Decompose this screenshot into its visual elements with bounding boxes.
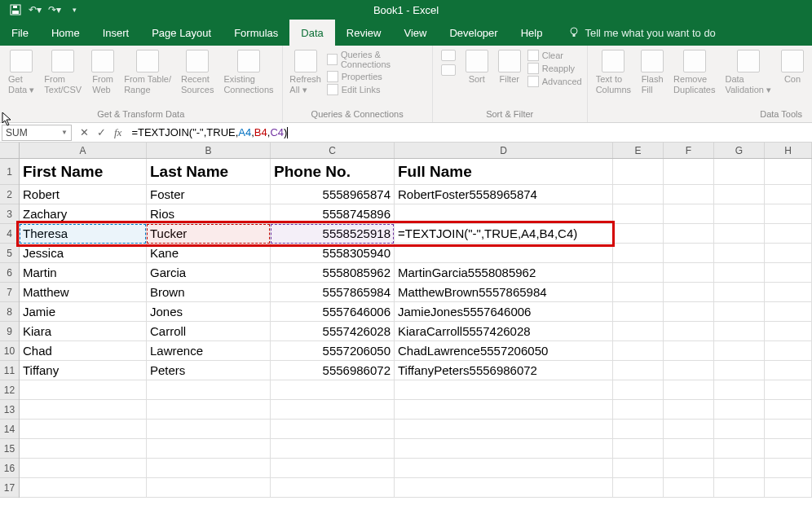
cell-H14[interactable] <box>765 420 812 439</box>
col-header-H[interactable]: H <box>765 143 812 158</box>
cell-G4[interactable] <box>714 224 765 244</box>
ribbon-data-button[interactable]: Data Validation ▾ <box>722 47 774 95</box>
cell-H4[interactable] <box>765 224 812 244</box>
col-header-E[interactable]: E <box>613 143 664 158</box>
cell-C16[interactable] <box>271 459 395 478</box>
cell-F8[interactable] <box>664 302 714 322</box>
cell-E3[interactable] <box>613 204 664 224</box>
ribbon-get-button[interactable]: Get Data ▾ <box>5 47 38 95</box>
row-header-3[interactable]: 3 <box>0 204 19 224</box>
col-header-C[interactable]: C <box>271 143 395 158</box>
ribbon-recent-button[interactable]: Recent Sources <box>178 47 217 95</box>
cell-A8[interactable]: Jamie <box>20 302 147 322</box>
cell-D11[interactable]: TiffanyPeters5556986072 <box>395 361 613 380</box>
cell-A16[interactable] <box>20 459 147 478</box>
menu-formulas[interactable]: Formulas <box>223 20 289 46</box>
cell-E12[interactable] <box>613 380 664 400</box>
cell-F7[interactable] <box>664 283 714 302</box>
cell-F6[interactable] <box>664 263 714 283</box>
row-header-7[interactable]: 7 <box>0 283 19 302</box>
cell-G3[interactable] <box>714 204 765 224</box>
enter-icon[interactable]: ✓ <box>97 126 106 138</box>
cell-D9[interactable]: KiaraCarroll5557426028 <box>395 322 613 341</box>
menu-insert[interactable]: Insert <box>91 20 141 46</box>
cell-H7[interactable] <box>765 283 812 302</box>
cell-H8[interactable] <box>765 302 812 322</box>
cell-E11[interactable] <box>613 361 664 380</box>
row-header-12[interactable]: 12 <box>0 380 19 400</box>
col-header-F[interactable]: F <box>664 143 714 158</box>
cell-G16[interactable] <box>714 459 765 478</box>
cell-B7[interactable]: Brown <box>147 283 271 302</box>
cell-D12[interactable] <box>395 380 613 400</box>
row-header-14[interactable]: 14 <box>0 420 19 439</box>
cell-C2[interactable]: 5558965874 <box>271 185 395 204</box>
ribbon-edit-links-button[interactable]: Edit Links <box>327 84 427 95</box>
cell-E13[interactable] <box>613 400 664 420</box>
filter-button[interactable]: Filter <box>495 47 524 85</box>
cell-A12[interactable] <box>20 380 147 400</box>
cell-F16[interactable] <box>664 459 714 478</box>
row-header-13[interactable]: 13 <box>0 400 19 420</box>
menu-file[interactable]: File <box>0 20 40 46</box>
cell-E16[interactable] <box>613 459 664 478</box>
refresh-all-button[interactable]: Refresh All ▾ <box>288 47 324 95</box>
cell-B3[interactable]: Rios <box>147 204 271 224</box>
cell-H15[interactable] <box>765 439 812 459</box>
cell-B10[interactable]: Lawrence <box>147 341 271 361</box>
cell-B17[interactable] <box>147 478 271 498</box>
cell-E8[interactable] <box>613 302 664 322</box>
cell-E5[interactable] <box>613 244 664 263</box>
menu-page-layout[interactable]: Page Layout <box>140 20 223 46</box>
ribbon-properties-button[interactable]: Properties <box>327 71 427 82</box>
cell-D4[interactable]: =TEXTJOIN("-",TRUE,A4,B4,C4) <box>395 224 613 244</box>
cell-C11[interactable]: 5556986072 <box>271 361 395 380</box>
cell-F12[interactable] <box>664 380 714 400</box>
ribbon-con-button[interactable]: Con <box>778 47 807 85</box>
row-header-16[interactable]: 16 <box>0 459 19 478</box>
formula-bar[interactable]: =TEXTJOIN("-",TRUE,A4,B4,C4) <box>128 126 812 139</box>
cell-A17[interactable] <box>20 478 147 498</box>
cell-G9[interactable] <box>714 322 765 341</box>
menu-data[interactable]: Data <box>289 20 334 46</box>
row-header-17[interactable]: 17 <box>0 478 19 498</box>
cell-C4[interactable]: 5558525918 <box>271 224 395 244</box>
cell-F17[interactable] <box>664 478 714 498</box>
col-header-A[interactable]: A <box>20 143 147 158</box>
cell-C14[interactable] <box>271 420 395 439</box>
cell-H11[interactable] <box>765 361 812 380</box>
cell-H9[interactable] <box>765 322 812 341</box>
cell-C17[interactable] <box>271 478 395 498</box>
cell-G14[interactable] <box>714 420 765 439</box>
row-header-15[interactable]: 15 <box>0 439 19 459</box>
ribbon-from-table--button[interactable]: From Table/ Range <box>121 47 174 95</box>
cell-F5[interactable] <box>664 244 714 263</box>
cell-H3[interactable] <box>765 204 812 224</box>
cell-F14[interactable] <box>664 420 714 439</box>
cell-E10[interactable] <box>613 341 664 361</box>
cell-D2[interactable]: RobertFoster5558965874 <box>395 185 613 204</box>
cell-A4[interactable]: Theresa <box>20 224 147 244</box>
row-header-5[interactable]: 5 <box>0 244 19 263</box>
row-header-10[interactable]: 10 <box>0 341 19 361</box>
cell-G1[interactable] <box>714 159 765 185</box>
cell-E9[interactable] <box>613 322 664 341</box>
chevron-down-icon[interactable]: ▼ <box>61 129 68 136</box>
row-headers[interactable]: 1234567891011121314151617 <box>0 159 20 498</box>
cell-A13[interactable] <box>20 400 147 420</box>
cell-D14[interactable] <box>395 420 613 439</box>
cell-C8[interactable]: 5557646006 <box>271 302 395 322</box>
cell-C6[interactable]: 5558085962 <box>271 263 395 283</box>
cell-G12[interactable] <box>714 380 765 400</box>
cell-F2[interactable] <box>664 185 714 204</box>
cell-G13[interactable] <box>714 400 765 420</box>
cell-G7[interactable] <box>714 283 765 302</box>
ribbon-queries---connections-button[interactable]: Queries & Connections <box>327 50 427 69</box>
cell-G10[interactable] <box>714 341 765 361</box>
cell-H5[interactable] <box>765 244 812 263</box>
cell-A7[interactable]: Matthew <box>20 283 147 302</box>
cell-B2[interactable]: Foster <box>147 185 271 204</box>
cell-C3[interactable]: 5558745896 <box>271 204 395 224</box>
row-header-4[interactable]: 4 <box>0 224 19 244</box>
cell-D16[interactable] <box>395 459 613 478</box>
